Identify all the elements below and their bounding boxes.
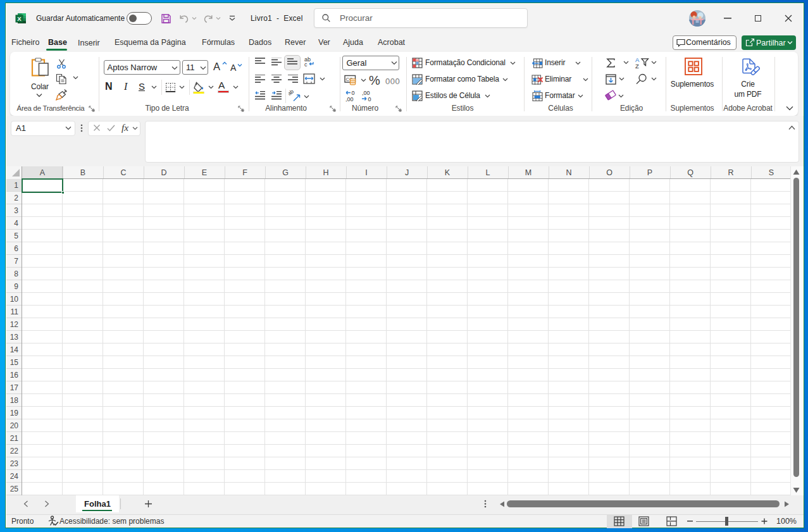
svg-text:Z: Z (635, 63, 639, 69)
svg-text:,00: ,00 (345, 96, 354, 102)
svg-text:c: c (304, 61, 308, 67)
svg-text:,00: ,00 (362, 90, 370, 96)
svg-text:0: 0 (352, 90, 355, 96)
svg-text:X: X (17, 15, 22, 22)
svg-text:0: 0 (368, 96, 371, 102)
svg-text:A: A (635, 56, 640, 63)
svg-text:ab: ab (289, 89, 295, 97)
